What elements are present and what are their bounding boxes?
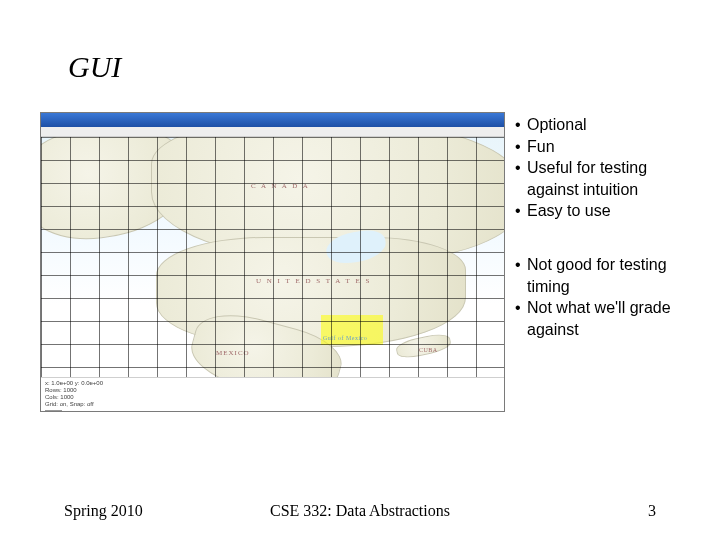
bullet-dot-icon: • xyxy=(515,114,527,136)
map-label-cuba: CUBA xyxy=(419,347,438,353)
bullet-item: •Fun xyxy=(515,136,680,158)
bullets-column: •Optional •Fun •Useful for testing again… xyxy=(515,112,680,372)
bullets-pro: •Optional •Fun •Useful for testing again… xyxy=(515,114,680,222)
bullet-item: •Not what we'll grade against xyxy=(515,297,680,340)
bullets-con: •Not good for testing timing •Not what w… xyxy=(515,254,680,340)
bullet-dot-icon: • xyxy=(515,157,527,179)
status-line-2: Rows: 1000 xyxy=(45,387,500,394)
map-label-canada: C A N A D A xyxy=(251,182,310,190)
bullet-item: •Easy to use xyxy=(515,200,680,222)
map-screenshot: C A N A D A U N I T E D S T A T E S MEXI… xyxy=(40,112,505,412)
bullet-item: •Not good for testing timing xyxy=(515,254,680,297)
map-label-usa: U N I T E D S T A T E S xyxy=(256,277,371,285)
slide: GUI C A N A D A U N I T E D S T A T E S … xyxy=(0,0,720,540)
status-line-1: x: 1.0e+00 y: 0.0e+00 xyxy=(45,380,500,387)
bullet-text: Not what we'll grade against xyxy=(527,297,680,340)
bullet-dot-icon: • xyxy=(515,200,527,222)
bullet-text: Fun xyxy=(527,136,680,158)
map-canvas: C A N A D A U N I T E D S T A T E S MEXI… xyxy=(41,137,504,377)
bullet-item: •Useful for testing against intuition xyxy=(515,157,680,200)
status-ok-button[interactable]: OK xyxy=(45,410,62,412)
map-label-mexico: MEXICO xyxy=(216,349,250,357)
bullet-item: •Optional xyxy=(515,114,680,136)
map-label-gulf: Gulf of Mexico xyxy=(323,335,367,341)
window-titlebar xyxy=(41,113,504,127)
status-line-4: Grid: on, Snap: off xyxy=(45,401,500,408)
footer-center: CSE 332: Data Abstractions xyxy=(0,502,720,520)
slide-footer: Spring 2010 CSE 332: Data Abstractions 3 xyxy=(0,502,720,520)
map-statusbar: x: 1.0e+00 y: 0.0e+00 Rows: 1000 Cols: 1… xyxy=(41,377,504,411)
status-line-3: Cols: 1000 xyxy=(45,394,500,401)
window-toolbar xyxy=(41,127,504,137)
bullet-text: Easy to use xyxy=(527,200,680,222)
slide-title: GUI xyxy=(40,50,680,84)
content-row: C A N A D A U N I T E D S T A T E S MEXI… xyxy=(40,112,680,412)
bullet-text: Not good for testing timing xyxy=(527,254,680,297)
bullet-dot-icon: • xyxy=(515,254,527,276)
bullet-dot-icon: • xyxy=(515,297,527,319)
bullet-dot-icon: • xyxy=(515,136,527,158)
bullet-text: Useful for testing against intuition xyxy=(527,157,680,200)
bullet-text: Optional xyxy=(527,114,680,136)
